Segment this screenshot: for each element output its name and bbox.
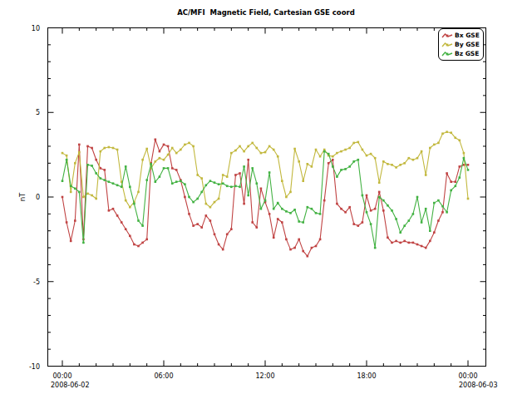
start-date-label: 2008-06-02 (51, 382, 90, 389)
end-date-label: 2008-06-03 (459, 382, 498, 389)
legend-label: By GSE (455, 41, 480, 48)
y-axis-title: nT (18, 192, 27, 201)
legend-swatch-icon (441, 51, 453, 57)
y-axis: 1050-5-10nT (18, 25, 40, 371)
plot-frame (48, 28, 486, 367)
x-tick-label: 12:00 (255, 372, 274, 380)
series-by-gse (62, 131, 470, 208)
legend-box: Bx GSEBy GSEBz GSE (438, 28, 484, 61)
legend-label: Bx GSE (455, 32, 480, 39)
legend-item-by-gse: By GSE (441, 40, 481, 49)
series-bz-gse (62, 150, 470, 249)
x-tick-label: 00:00 (458, 372, 477, 380)
y-tick-label: -5 (33, 278, 40, 286)
x-tick-label: 00:00 (52, 372, 71, 380)
x-axis: 00:0006:0012:0018:0000:002008-06-022008-… (51, 372, 498, 389)
screenshot-root: AC/MFI Magnetic Field, Cartesian GSE coo… (0, 0, 532, 399)
axis-ticks (48, 28, 486, 367)
legend-label: Bz GSE (455, 50, 479, 57)
y-tick-label: 5 (36, 109, 40, 116)
legend-swatch-icon (441, 42, 453, 48)
y-tick-label: 0 (36, 194, 40, 201)
legend-item-bx-gse: Bx GSE (441, 31, 481, 40)
x-tick-label: 18:00 (357, 372, 376, 380)
y-tick-label: -10 (29, 363, 40, 371)
legend-item-bz-gse: Bz GSE (441, 49, 481, 58)
y-tick-label: 10 (32, 25, 40, 32)
x-tick-label: 06:00 (154, 372, 173, 380)
legend-swatch-icon (441, 32, 453, 39)
